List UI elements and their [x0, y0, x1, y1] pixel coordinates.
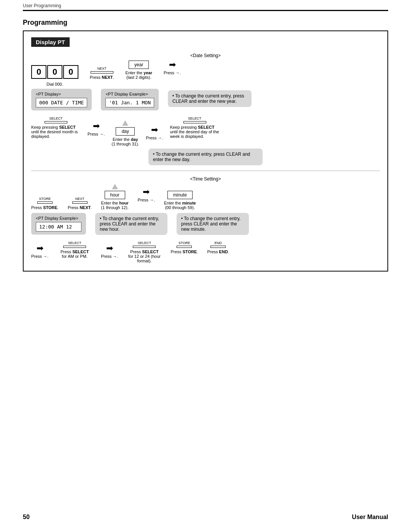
year-group: year Enter the year(last 2 digits).	[126, 61, 152, 80]
time-pt-display-box: <PT Display Example> 12:00 AM 12	[31, 213, 86, 235]
zero-box-2: 0	[47, 65, 62, 79]
end-btn[interactable]	[210, 246, 226, 248]
day-group: day Enter the day(1 through 31).	[112, 117, 139, 146]
minute-group: minute Enter the minute(00 through 59).	[164, 191, 196, 210]
page-number: 50	[23, 514, 30, 521]
minute-note-box: • To change the current entry, press CLE…	[177, 213, 249, 235]
time-next-group: NEXT Press NEXT.	[68, 197, 92, 210]
store-btn[interactable]	[37, 201, 53, 204]
triangle-day-up	[122, 120, 128, 126]
fmt-arrow2-group: ➡ Press →.	[101, 241, 118, 259]
year-note-text: • To change the current entry, press CLE…	[172, 93, 244, 104]
final-store-group: STORE Press STORE.	[170, 241, 198, 254]
ampm-select-group: SELECT Press SELECT for AM or PM.	[57, 241, 92, 259]
arrow-right-icon-2: ➡	[93, 122, 100, 130]
store-group: STORE Press STORE.	[31, 197, 59, 210]
select-dow-group: SELECT Keep pressing SELECT until the de…	[170, 117, 220, 139]
fmt-select-btn[interactable]	[133, 246, 156, 248]
time-setting-label: <Time Setting>	[31, 176, 380, 182]
enter-minute-caption: Enter the minute(00 through 59).	[164, 201, 196, 210]
year-box: year	[129, 61, 149, 69]
press-end: Press END.	[207, 249, 229, 254]
hour-note-box: • To change the current entry, press CLE…	[95, 213, 167, 235]
press-time-next: Press NEXT.	[68, 205, 92, 210]
page-footer: 50 User Manual	[0, 514, 411, 521]
dial-zero-group: 0 0 0 Dial 000.	[31, 65, 78, 86]
section-title: Programming	[23, 19, 388, 27]
press-select-fmt: Press SELECT for 12 or 24 (hour format).	[127, 249, 161, 263]
arrow-right-icon-4: ➡	[143, 188, 150, 196]
press-next-caption: Press NEXT.	[90, 75, 114, 80]
zero-box-1: 0	[31, 65, 46, 79]
hour-group: hour Enter the hour(1 through 12).	[101, 184, 129, 210]
press-arrow-1: Press →.	[164, 70, 181, 75]
enter-year-caption: Enter the year(last 2 digits).	[126, 70, 152, 80]
arrow-right-icon: ➡	[169, 61, 176, 69]
time-next-btn[interactable]	[72, 201, 88, 204]
zero-box-3: 0	[63, 65, 78, 79]
display-pt-header: Display PT	[31, 37, 70, 47]
store-label: STORE	[39, 197, 51, 201]
select-btn-1[interactable]	[45, 121, 67, 123]
main-content-box: Display PT <Date Setting> 0 0 0 Dial 000…	[23, 30, 388, 272]
minute-note-text: • To change the current entry, press CLE…	[181, 216, 241, 232]
ampm-select-label: SELECT	[68, 241, 81, 245]
section-sep-1	[31, 171, 380, 171]
press-arrow-month: Press →.	[88, 132, 105, 136]
press-arrow-hour: Press →.	[138, 198, 155, 202]
arrow-ampm-1: ➡	[37, 244, 43, 252]
pt-display-ex-screen: '01 Jan. 1 MON	[105, 98, 154, 107]
keep-select-2: Keep pressing SELECT until the desired d…	[170, 125, 220, 139]
arrow-fmt-2: ➡	[106, 244, 113, 252]
minute-box: minute	[167, 191, 193, 199]
pt-display-box: <PT Display> 000 DATE / TIME	[31, 89, 92, 110]
time-next-label: NEXT	[75, 197, 84, 201]
pt-display-example-box: <PT Display Example> '01 Jan. 1 MON	[101, 89, 159, 110]
time-pt-title: <PT Display Example>	[36, 216, 81, 220]
enter-hour-caption: Enter the hour(1 through 12).	[101, 201, 129, 210]
manual-label: User Manual	[352, 514, 388, 521]
press-arrow-ampm1: Press →.	[31, 254, 48, 259]
end-group: END Press END.	[207, 241, 229, 254]
next-label-above: NEXT	[97, 67, 107, 70]
date-setting-label: <Date Setting>	[31, 53, 380, 58]
day-box: day	[116, 127, 135, 136]
press-arrow-fmt2: Press →.	[101, 254, 118, 259]
dial-caption: Dial 000.	[46, 82, 63, 86]
select-label-2: SELECT	[188, 117, 201, 120]
press-arrow-day: Press →.	[146, 136, 163, 140]
breadcrumb: User Programming	[0, 0, 411, 10]
press-final-store: Press STORE.	[170, 249, 198, 254]
ampm-arrow1-group: ➡ Press →.	[31, 241, 48, 259]
final-store-btn[interactable]	[177, 246, 192, 248]
keep-select-1: Keep pressing SELECT until the desired m…	[31, 125, 81, 139]
arrow-hour: ➡ Press →.	[138, 188, 155, 202]
next-btn-group: NEXT Press NEXT.	[90, 67, 114, 80]
year-note-box: • To change the current entry, press CLE…	[168, 90, 252, 107]
day-note-box: • To change the current entry, press CLE…	[148, 149, 263, 165]
pt-display-title: <PT Display>	[36, 92, 87, 96]
pt-display-ex-title: <PT Display Example>	[105, 92, 154, 96]
hour-note-text: • To change the current entry, press CLE…	[100, 216, 159, 232]
next-button-rect[interactable]	[91, 71, 113, 73]
final-store-label: STORE	[178, 241, 190, 245]
time-pt-screen: 12:00 AM 12	[36, 222, 81, 232]
press-store: Press STORE.	[31, 205, 59, 210]
fmt-select-label: SELECT	[138, 241, 151, 245]
arrow-day: ➡ Press →.	[146, 117, 163, 140]
day-note-text: • To change the current entry, press CLE…	[153, 152, 250, 162]
hour-box: hour	[105, 191, 125, 199]
fmt-select-group: SELECT Press SELECT for 12 or 24 (hour f…	[127, 241, 161, 263]
press-select-ampm: Press SELECT for AM or PM.	[57, 249, 92, 259]
pt-display-screen: 000 DATE / TIME	[36, 98, 87, 107]
enter-day-caption: Enter the day(1 through 31).	[112, 137, 139, 146]
ampm-select-btn[interactable]	[63, 246, 86, 248]
arrow-right-1: ➡ Press →.	[164, 61, 181, 75]
select-btn-2[interactable]	[183, 121, 206, 123]
triangle-hour-up	[112, 184, 118, 189]
arrow-month: ➡ Press →.	[88, 117, 105, 136]
select-month-group: SELECT Keep pressing SELECT until the de…	[31, 117, 81, 139]
arrow-right-icon-3: ➡	[151, 126, 158, 134]
end-label: END	[215, 241, 222, 245]
select-label-1: SELECT	[49, 117, 62, 120]
